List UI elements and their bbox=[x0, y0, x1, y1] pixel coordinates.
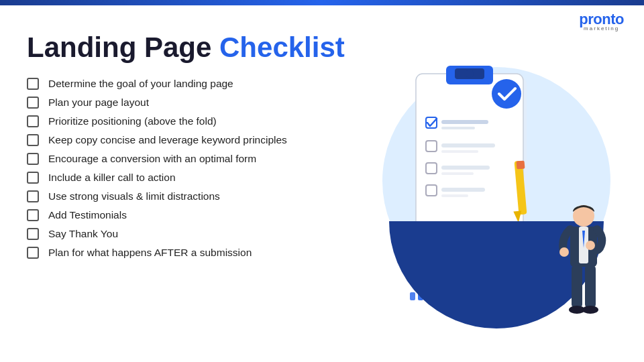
svg-point-29 bbox=[586, 241, 595, 250]
checklist-item-label: Determine the goal of your landing page bbox=[48, 78, 233, 90]
checkbox[interactable] bbox=[27, 228, 39, 240]
svg-rect-11 bbox=[441, 143, 495, 147]
svg-rect-18 bbox=[441, 194, 468, 197]
svg-point-5 bbox=[466, 70, 474, 78]
svg-rect-22 bbox=[410, 292, 415, 300]
logo-wrapper: pronto marketing bbox=[579, 11, 624, 32]
checklist-item-label: Include a killer call to action bbox=[48, 172, 176, 184]
checkbox[interactable] bbox=[27, 190, 39, 202]
checklist-item-label: Plan your page layout bbox=[48, 97, 149, 109]
svg-rect-14 bbox=[441, 166, 490, 170]
checklist-item-label: Encourage a conversion with an optimal f… bbox=[48, 153, 256, 165]
checkbox[interactable] bbox=[27, 153, 39, 165]
checkbox[interactable] bbox=[27, 78, 39, 90]
svg-rect-15 bbox=[441, 172, 474, 175]
checkbox[interactable] bbox=[27, 97, 39, 109]
title-part2: Checklist bbox=[219, 32, 345, 63]
page-container: pronto marketing Landing Page Checklist … bbox=[0, 0, 644, 362]
checkbox[interactable] bbox=[27, 115, 39, 127]
svg-rect-8 bbox=[441, 120, 488, 124]
svg-rect-32 bbox=[585, 265, 596, 308]
svg-rect-9 bbox=[441, 127, 475, 129]
svg-rect-21 bbox=[516, 160, 525, 169]
checklist-item-label: Say Thank You bbox=[48, 228, 118, 240]
svg-point-30 bbox=[559, 247, 569, 257]
checkbox[interactable] bbox=[27, 134, 39, 146]
checklist-item-label: Keep copy concise and leverage keyword p… bbox=[48, 134, 287, 146]
checklist-item-label: Prioritize positioning (above the fold) bbox=[48, 115, 217, 127]
person-figure bbox=[557, 201, 617, 335]
logo-area: pronto marketing bbox=[579, 11, 624, 32]
svg-rect-12 bbox=[441, 150, 478, 153]
svg-rect-31 bbox=[572, 265, 582, 308]
illustration: ⚙ bbox=[349, 34, 631, 342]
checklist-item-label: Add Testimonials bbox=[48, 209, 127, 221]
checklist-item-label: Plan for what happens AFTER a submission bbox=[48, 247, 252, 259]
title-part1: Landing Page bbox=[27, 32, 219, 63]
checklist-item-label: Use strong visuals & limit distractions bbox=[48, 190, 220, 202]
checkbox[interactable] bbox=[27, 172, 39, 184]
svg-point-6 bbox=[492, 79, 521, 109]
svg-rect-17 bbox=[441, 188, 485, 192]
logo-sub: marketing bbox=[584, 25, 619, 32]
checkbox[interactable] bbox=[27, 209, 39, 221]
checkbox[interactable] bbox=[27, 247, 39, 259]
svg-point-34 bbox=[582, 306, 598, 314]
